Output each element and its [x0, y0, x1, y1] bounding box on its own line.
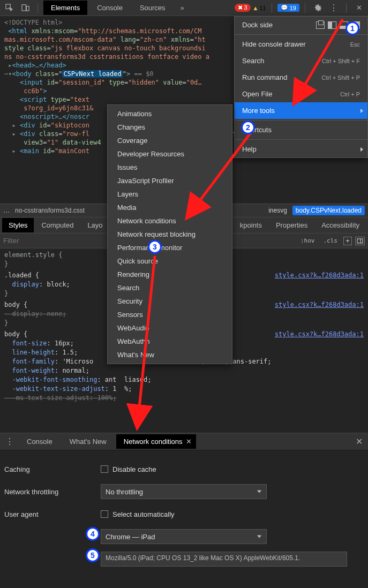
- svg-rect-3: [357, 239, 363, 243]
- submenu-item-network-conditions[interactable]: Network conditions: [108, 214, 232, 228]
- dock-undock-icon[interactable]: [316, 21, 325, 29]
- drawer-close-icon[interactable]: ✕: [352, 438, 366, 446]
- devtools-main-menu: Dock side Hide console drawerEsc SearchC…: [234, 16, 368, 158]
- tabs-overflow-icon[interactable]: »: [175, 4, 190, 12]
- disable-cache-checkbox[interactable]: [101, 465, 108, 473]
- gear-icon[interactable]: [311, 1, 325, 15]
- submenu-item-quick-source[interactable]: Quick source: [108, 254, 232, 268]
- css-declaration[interactable]: -webkit-text-size-adjust: 1 %;: [4, 385, 364, 394]
- error-count-badge[interactable]: ✖3: [235, 4, 250, 12]
- source-link[interactable]: style.csx?k…f268d3ada:1: [275, 271, 364, 280]
- source-link[interactable]: style.csx?k…f268d3ada:1: [275, 330, 364, 339]
- submenu-item-network-request-blocking[interactable]: Network request blocking: [108, 228, 232, 241]
- submenu-item-performance-monitor[interactable]: Performance monitor: [108, 241, 232, 254]
- device-toggle-icon[interactable]: [18, 1, 32, 15]
- annotation-bubble-2: 2: [241, 120, 255, 134]
- submenu-item-changes[interactable]: Changes: [108, 120, 232, 134]
- drawer-tab-network-conditions[interactable]: Network conditions✕: [116, 434, 197, 449]
- new-style-rule-icon[interactable]: +: [343, 237, 352, 245]
- menu-hide-console[interactable]: Hide console drawerEsc: [235, 36, 367, 52]
- css-declaration[interactable]: -webkit-font-smoothing: ant liased;: [4, 375, 364, 385]
- hov-toggle[interactable]: :hov: [298, 236, 318, 245]
- close-icon[interactable]: ✕: [186, 438, 192, 446]
- submenu-item-issues[interactable]: Issues: [108, 161, 232, 174]
- devtools-tabstrip: Elements Console Sources » ✖3 ▲11 💬19 ⋮ …: [0, 0, 368, 16]
- cls-toggle[interactable]: .cls: [321, 236, 341, 245]
- ua-auto-checkbox[interactable]: [101, 510, 108, 518]
- annotation-bubble-1: 1: [346, 21, 359, 35]
- submenu-item-media[interactable]: Media: [108, 201, 232, 214]
- label-throttling: Network throttling: [4, 488, 101, 496]
- menu-help[interactable]: Help: [235, 141, 367, 157]
- tab-console[interactable]: Console: [89, 1, 130, 15]
- drawer-tabstrip: ⋮ Console What's New Network conditions✕…: [0, 433, 368, 450]
- svg-rect-2: [26, 6, 29, 11]
- crumb-item[interactable]: no-csstransforms3d.csst: [15, 207, 85, 214]
- drawer-tab-whatsnew[interactable]: What's New: [62, 434, 114, 449]
- submenu-item-sensors[interactable]: Sensors: [108, 308, 232, 321]
- submenu-item-what-s-new[interactable]: What's New: [108, 348, 232, 361]
- inspect-icon[interactable]: [2, 1, 16, 15]
- disable-cache-label: Disable cache: [112, 465, 156, 473]
- warning-count-badge[interactable]: ▲11: [253, 5, 266, 11]
- throttling-select[interactable]: No throttling: [101, 484, 267, 499]
- separator: [346, 3, 347, 13]
- user-agent-select[interactable]: Chrome — iPad: [101, 529, 267, 544]
- tab-accessibility[interactable]: Accessibility: [315, 218, 366, 232]
- menu-more-tools[interactable]: More tools: [235, 102, 367, 119]
- kebab-menu-icon[interactable]: ⋮: [327, 1, 341, 15]
- styles-filter-input[interactable]: [3, 237, 94, 245]
- devtools-drawer: ⋮ Console What's New Network conditions✕…: [0, 433, 368, 588]
- label-user-agent: User agent: [4, 510, 101, 518]
- submenu-item-security[interactable]: Security: [108, 295, 232, 308]
- submenu-item-developer-resources[interactable]: Developer Resources: [108, 147, 232, 161]
- ua-auto-label: Select automatically: [112, 510, 175, 518]
- tab-elements[interactable]: Elements: [43, 1, 87, 15]
- annotation-bubble-4: 4: [86, 527, 100, 541]
- annotation-bubble-3: 3: [148, 240, 162, 254]
- dock-left-icon[interactable]: [328, 21, 336, 29]
- drawer-tab-console[interactable]: Console: [19, 434, 60, 449]
- tab-styles[interactable]: Styles: [2, 218, 34, 232]
- computed-toggle-icon[interactable]: [355, 237, 365, 245]
- source-link[interactable]: style.csx?k…f268d3ada:1: [275, 300, 364, 310]
- tab-computed[interactable]: Computed: [35, 218, 80, 232]
- network-conditions-panel: Caching Disable cache Network throttling…: [0, 450, 368, 588]
- crumb-selected[interactable]: body.CSPvNext.loaded: [292, 206, 365, 215]
- crumb-item[interactable]: inesvg: [268, 207, 287, 214]
- css-declaration[interactable]: font-weight: normal;: [4, 366, 364, 375]
- label-caching: Caching: [4, 465, 101, 473]
- tab-layout[interactable]: Layo: [81, 218, 109, 232]
- submenu-item-coverage[interactable]: Coverage: [108, 134, 232, 147]
- separator: [37, 3, 38, 13]
- tab-sources[interactable]: Sources: [132, 1, 173, 15]
- issues-count-badge[interactable]: 💬19: [277, 4, 299, 12]
- more-tools-submenu: AnimationsChangesCoverageDeveloper Resou…: [107, 104, 232, 364]
- css-declaration[interactable]: -ms-text-size-adjust: 100%;: [4, 394, 364, 403]
- menu-run-command[interactable]: Run commandCtrl + Shift + P: [235, 69, 367, 86]
- menu-search[interactable]: SearchCtrl + Shift + F: [235, 52, 367, 69]
- submenu-item-search[interactable]: Search: [108, 281, 232, 295]
- separator: [272, 3, 272, 13]
- tab-properties[interactable]: Properties: [269, 218, 314, 232]
- svg-rect-1: [21, 5, 26, 11]
- user-agent-string-input[interactable]: Mozilla/5.0 (iPad; CPU OS 13_2 like Mac …: [101, 552, 347, 567]
- submenu-item-rendering[interactable]: Rendering: [108, 268, 232, 281]
- submenu-item-layers[interactable]: Layers: [108, 187, 232, 201]
- submenu-item-javascript-profiler[interactable]: JavaScript Profiler: [108, 174, 232, 187]
- drawer-kebab-icon[interactable]: ⋮: [2, 438, 17, 446]
- close-icon[interactable]: ✕: [352, 1, 366, 15]
- separator: [305, 3, 305, 13]
- submenu-item-animations[interactable]: Animations: [108, 107, 232, 120]
- submenu-item-webaudio[interactable]: WebAudio: [108, 321, 232, 335]
- menu-open-file[interactable]: Open FileCtrl + P: [235, 86, 367, 102]
- annotation-bubble-5: 5: [86, 548, 100, 562]
- tab-breakpoints[interactable]: kpoints: [234, 218, 268, 232]
- crumb-dots: …: [3, 207, 10, 214]
- submenu-item-webauthn[interactable]: WebAuthn: [108, 335, 232, 348]
